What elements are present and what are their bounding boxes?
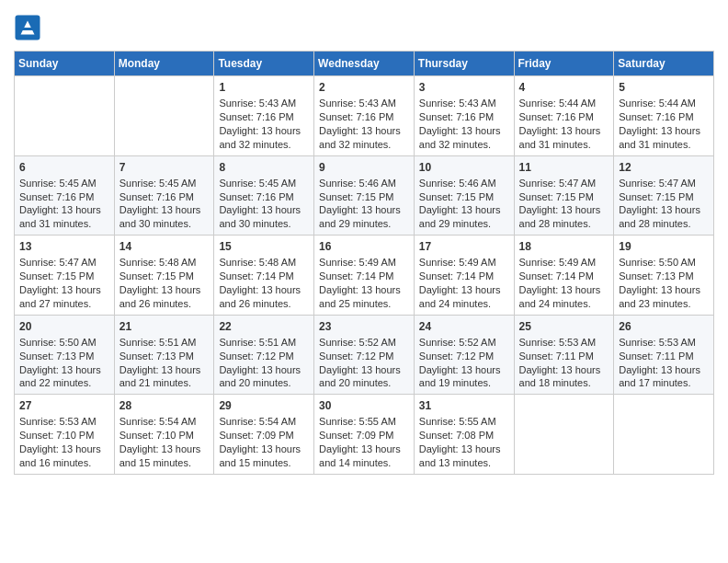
calendar-cell: 23Sunrise: 5:52 AMSunset: 7:12 PMDayligh… xyxy=(314,315,415,395)
sunrise-text: Sunrise: 5:44 AM xyxy=(519,97,609,110)
sunset-text: Sunset: 7:16 PM xyxy=(219,110,309,124)
day-number: 4 xyxy=(519,80,609,95)
daylight-text: Daylight: 13 hours and 29 minutes. xyxy=(319,203,409,231)
sunset-text: Sunset: 7:16 PM xyxy=(419,110,509,124)
calendar-cell: 17Sunrise: 5:49 AMSunset: 7:14 PMDayligh… xyxy=(414,236,514,316)
sunset-text: Sunset: 7:12 PM xyxy=(219,350,309,363)
calendar-cell: 21Sunrise: 5:51 AMSunset: 7:13 PMDayligh… xyxy=(114,315,214,395)
sunset-text: Sunset: 7:15 PM xyxy=(419,190,509,204)
sunrise-text: Sunrise: 5:49 AM xyxy=(319,256,409,270)
calendar-week-row: 6Sunrise: 5:45 AMSunset: 7:16 PMDaylight… xyxy=(15,155,714,236)
day-number: 26 xyxy=(619,319,709,334)
daylight-text: Daylight: 13 hours and 20 minutes. xyxy=(219,363,309,391)
sunset-text: Sunset: 7:14 PM xyxy=(219,270,309,283)
sunrise-text: Sunrise: 5:52 AM xyxy=(319,336,409,350)
sunrise-text: Sunrise: 5:50 AM xyxy=(619,256,709,270)
sunrise-text: Sunrise: 5:50 AM xyxy=(19,336,109,350)
daylight-text: Daylight: 13 hours and 20 minutes. xyxy=(319,363,409,391)
sunset-text: Sunset: 7:16 PM xyxy=(119,190,210,204)
daylight-text: Daylight: 13 hours and 31 minutes. xyxy=(619,124,709,152)
sunset-text: Sunset: 7:13 PM xyxy=(19,350,109,363)
daylight-text: Daylight: 13 hours and 30 minutes. xyxy=(119,203,210,231)
sunset-text: Sunset: 7:15 PM xyxy=(319,190,409,204)
calendar-cell: 2Sunrise: 5:43 AMSunset: 7:16 PMDaylight… xyxy=(314,76,415,156)
daylight-text: Daylight: 13 hours and 32 minutes. xyxy=(219,124,309,152)
day-number: 9 xyxy=(319,160,409,175)
sunrise-text: Sunrise: 5:54 AM xyxy=(119,415,210,429)
day-number: 20 xyxy=(19,319,109,334)
day-number: 12 xyxy=(619,160,709,175)
page-header xyxy=(14,14,714,41)
day-number: 29 xyxy=(219,398,309,413)
daylight-text: Daylight: 13 hours and 16 minutes. xyxy=(19,442,109,470)
sunrise-text: Sunrise: 5:46 AM xyxy=(419,177,509,190)
logo-icon xyxy=(14,14,41,41)
calendar-cell: 26Sunrise: 5:53 AMSunset: 7:11 PMDayligh… xyxy=(614,315,714,395)
day-number: 22 xyxy=(219,319,309,334)
calendar-header-row: SundayMondayTuesdayWednesdayThursdayFrid… xyxy=(15,52,714,76)
sunset-text: Sunset: 7:15 PM xyxy=(119,270,210,283)
calendar-cell: 18Sunrise: 5:49 AMSunset: 7:14 PMDayligh… xyxy=(514,236,614,316)
day-number: 30 xyxy=(319,398,409,413)
sunset-text: Sunset: 7:09 PM xyxy=(319,429,409,442)
calendar-cell: 4Sunrise: 5:44 AMSunset: 7:16 PMDaylight… xyxy=(514,76,614,156)
day-number: 23 xyxy=(319,319,409,334)
daylight-text: Daylight: 13 hours and 32 minutes. xyxy=(319,124,409,152)
day-number: 10 xyxy=(419,160,509,175)
daylight-text: Daylight: 13 hours and 19 minutes. xyxy=(419,363,509,391)
daylight-text: Daylight: 13 hours and 26 minutes. xyxy=(119,283,210,311)
daylight-text: Daylight: 13 hours and 31 minutes. xyxy=(519,124,609,152)
daylight-text: Daylight: 13 hours and 30 minutes. xyxy=(219,203,309,231)
calendar-cell: 20Sunrise: 5:50 AMSunset: 7:13 PMDayligh… xyxy=(15,315,115,395)
daylight-text: Daylight: 13 hours and 25 minutes. xyxy=(319,283,409,311)
sunrise-text: Sunrise: 5:45 AM xyxy=(119,177,210,190)
sunrise-text: Sunrise: 5:49 AM xyxy=(519,256,609,270)
calendar-cell: 10Sunrise: 5:46 AMSunset: 7:15 PMDayligh… xyxy=(414,155,514,236)
sunset-text: Sunset: 7:09 PM xyxy=(219,429,309,442)
calendar-table: SundayMondayTuesdayWednesdayThursdayFrid… xyxy=(14,51,714,475)
calendar-day-header: Monday xyxy=(114,52,214,76)
daylight-text: Daylight: 13 hours and 14 minutes. xyxy=(319,442,409,470)
calendar-cell: 19Sunrise: 5:50 AMSunset: 7:13 PMDayligh… xyxy=(614,236,714,316)
calendar-cell: 22Sunrise: 5:51 AMSunset: 7:12 PMDayligh… xyxy=(214,315,314,395)
sunrise-text: Sunrise: 5:43 AM xyxy=(219,97,309,110)
calendar-cell: 9Sunrise: 5:46 AMSunset: 7:15 PMDaylight… xyxy=(314,155,415,236)
sunset-text: Sunset: 7:12 PM xyxy=(419,350,509,363)
calendar-cell: 15Sunrise: 5:48 AMSunset: 7:14 PMDayligh… xyxy=(214,236,314,316)
calendar-day-header: Wednesday xyxy=(314,52,415,76)
day-number: 19 xyxy=(619,239,709,254)
sunrise-text: Sunrise: 5:55 AM xyxy=(319,415,409,429)
calendar-cell: 24Sunrise: 5:52 AMSunset: 7:12 PMDayligh… xyxy=(414,315,514,395)
calendar-cell: 25Sunrise: 5:53 AMSunset: 7:11 PMDayligh… xyxy=(514,315,614,395)
daylight-text: Daylight: 13 hours and 32 minutes. xyxy=(419,124,509,152)
day-number: 11 xyxy=(519,160,609,175)
sunrise-text: Sunrise: 5:54 AM xyxy=(219,415,309,429)
calendar-cell: 13Sunrise: 5:47 AMSunset: 7:15 PMDayligh… xyxy=(15,236,115,316)
daylight-text: Daylight: 13 hours and 18 minutes. xyxy=(519,363,609,391)
day-number: 31 xyxy=(419,398,509,413)
day-number: 15 xyxy=(219,239,309,254)
sunset-text: Sunset: 7:13 PM xyxy=(619,270,709,283)
sunrise-text: Sunrise: 5:44 AM xyxy=(619,97,709,110)
sunrise-text: Sunrise: 5:47 AM xyxy=(19,256,109,270)
sunset-text: Sunset: 7:15 PM xyxy=(519,190,609,204)
sunrise-text: Sunrise: 5:48 AM xyxy=(219,256,309,270)
calendar-week-row: 20Sunrise: 5:50 AMSunset: 7:13 PMDayligh… xyxy=(15,315,714,395)
calendar-week-row: 1Sunrise: 5:43 AMSunset: 7:16 PMDaylight… xyxy=(15,76,714,156)
sunrise-text: Sunrise: 5:43 AM xyxy=(419,97,509,110)
daylight-text: Daylight: 13 hours and 15 minutes. xyxy=(219,442,309,470)
day-number: 5 xyxy=(619,80,709,95)
sunrise-text: Sunrise: 5:55 AM xyxy=(419,415,509,429)
calendar-cell: 5Sunrise: 5:44 AMSunset: 7:16 PMDaylight… xyxy=(614,76,714,156)
daylight-text: Daylight: 13 hours and 21 minutes. xyxy=(119,363,210,391)
day-number: 1 xyxy=(219,80,309,95)
sunset-text: Sunset: 7:16 PM xyxy=(19,190,109,204)
day-number: 14 xyxy=(119,239,210,254)
calendar-cell xyxy=(15,76,115,156)
day-number: 6 xyxy=(19,160,109,175)
calendar-day-header: Sunday xyxy=(15,52,115,76)
sunrise-text: Sunrise: 5:46 AM xyxy=(319,177,409,190)
daylight-text: Daylight: 13 hours and 15 minutes. xyxy=(119,442,210,470)
calendar-cell xyxy=(114,76,214,156)
sunset-text: Sunset: 7:16 PM xyxy=(319,110,409,124)
